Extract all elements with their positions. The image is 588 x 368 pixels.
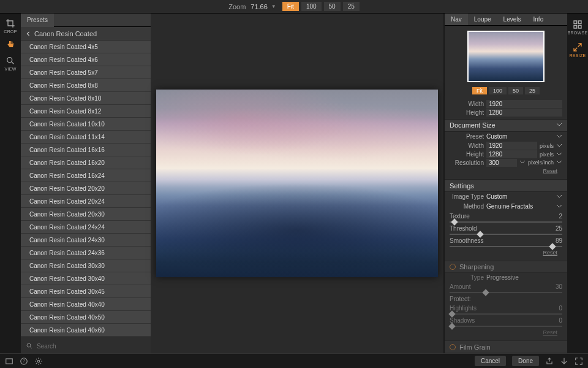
cancel-button[interactable]: Cancel xyxy=(475,356,506,366)
preset-item[interactable]: Canon Resin Coated 16x16 xyxy=(21,144,151,156)
doc-width-value[interactable]: 1920 xyxy=(486,142,537,150)
preset-item[interactable]: Canon Resin Coated 4x5 xyxy=(21,40,151,53)
nav-height-value[interactable]: 1280 xyxy=(486,109,562,117)
preset-item[interactable]: Canon Resin Coated 20x20 xyxy=(21,182,151,195)
doc-res-value[interactable]: 300 xyxy=(486,159,517,167)
zoom-25-button[interactable]: 25 xyxy=(343,2,360,11)
chevron-down-icon[interactable]: ▼ xyxy=(271,4,276,9)
presets-panel: Presets Canon Resin Coated Canon Resin C… xyxy=(21,13,151,353)
chevron-down-icon[interactable] xyxy=(519,159,526,166)
section-settings[interactable]: Settings xyxy=(445,179,567,192)
doc-height-unit[interactable]: pixels xyxy=(540,151,554,158)
chevron-down-icon[interactable] xyxy=(556,151,562,158)
magnifier-icon xyxy=(6,56,15,66)
protect-label: Protect: xyxy=(450,296,470,302)
nav-zoom-100[interactable]: 100 xyxy=(489,87,507,94)
nav-zoom-fit[interactable]: Fit xyxy=(472,87,487,94)
tab-loupe[interactable]: Loupe xyxy=(468,13,497,25)
preset-item[interactable]: Canon Resin Coated 5x7 xyxy=(21,66,151,79)
nav-zoom-50[interactable]: 50 xyxy=(508,87,523,94)
tab-nav[interactable]: Nav xyxy=(445,13,468,25)
zoom-100-button[interactable]: 100 xyxy=(301,2,322,11)
preset-item[interactable]: Canon Resin Coated 8x8 xyxy=(21,79,151,92)
done-button[interactable]: Done xyxy=(512,356,539,366)
preset-item[interactable]: Canon Resin Coated 20x30 xyxy=(21,208,151,221)
section-film-grain[interactable]: Film Grain xyxy=(445,340,567,353)
doc-height-value[interactable]: 1280 xyxy=(486,150,537,158)
chevron-down-icon[interactable] xyxy=(556,203,562,210)
section-document-size[interactable]: Document Size xyxy=(445,119,567,132)
zoom-label: Zoom xyxy=(228,3,246,10)
svg-rect-2 xyxy=(6,358,13,363)
preset-item[interactable]: Canon Resin Coated 30x40 xyxy=(21,272,151,285)
texture-slider[interactable]: Texture2 xyxy=(445,212,567,224)
chevron-down-icon[interactable] xyxy=(556,193,562,201)
nav-zoom-25[interactable]: 25 xyxy=(525,87,540,94)
preset-list[interactable]: Canon Resin Coated 4x5Canon Resin Coated… xyxy=(21,40,151,339)
sharp-type-value[interactable]: Progressive xyxy=(486,274,519,281)
preset-item[interactable]: Canon Resin Coated 8x10 xyxy=(21,92,151,105)
preset-category-label: Canon Resin Coated xyxy=(34,30,97,37)
navigator-preview[interactable] xyxy=(467,31,545,82)
chevron-down-icon[interactable] xyxy=(556,142,562,150)
method-value[interactable]: Genuine Fractals xyxy=(486,203,533,210)
export-icon[interactable] xyxy=(560,357,568,366)
amount-slider[interactable]: Amount30 xyxy=(445,282,567,294)
nav-width-value[interactable]: 1920 xyxy=(486,100,562,108)
zoom-50-button[interactable]: 50 xyxy=(324,2,341,11)
preset-item[interactable]: Canon Resin Coated 24x30 xyxy=(21,234,151,247)
svg-text:?: ? xyxy=(23,359,25,363)
tab-info[interactable]: Info xyxy=(527,13,550,25)
sharpening-reset[interactable]: Reset xyxy=(445,328,567,338)
preset-item[interactable]: Canon Resin Coated 4x6 xyxy=(21,53,151,66)
highlights-slider[interactable]: Highlights0 xyxy=(445,304,567,316)
nav-width-label: Width xyxy=(450,101,484,107)
preset-item[interactable]: Canon Resin Coated 8x12 xyxy=(21,105,151,118)
doc-size-reset[interactable]: Reset xyxy=(445,167,567,177)
help-icon[interactable]: ? xyxy=(20,357,28,366)
preset-item[interactable]: Canon Resin Coated 30x45 xyxy=(21,285,151,298)
preset-item[interactable]: Canon Resin Coated 40x40 xyxy=(21,298,151,311)
zoom-fit-button[interactable]: Fit xyxy=(282,2,299,11)
fullscreen-icon[interactable] xyxy=(575,357,583,366)
threshold-slider[interactable]: Threshold25 xyxy=(445,224,567,236)
doc-res-unit[interactable]: pixels/inch xyxy=(528,159,554,166)
preset-item[interactable]: Canon Resin Coated 30x30 xyxy=(21,259,151,272)
gear-icon[interactable] xyxy=(34,357,43,366)
crop-tool[interactable]: CROP xyxy=(4,18,17,34)
view-tool[interactable]: VIEW xyxy=(4,56,16,71)
preset-item[interactable]: Canon Resin Coated 10x10 xyxy=(21,118,151,131)
smoothness-slider[interactable]: Smoothness89 xyxy=(445,236,567,248)
canvas-area[interactable] xyxy=(151,13,443,353)
presets-tab[interactable]: Presets xyxy=(21,13,54,27)
chevron-down-icon[interactable] xyxy=(556,133,562,140)
doc-width-unit[interactable]: pixels xyxy=(540,143,554,149)
window-icon[interactable] xyxy=(5,357,13,366)
preset-value[interactable]: Custom xyxy=(486,133,507,140)
resize-label: RESIZE xyxy=(569,53,586,58)
preset-item[interactable]: Canon Resin Coated 24x24 xyxy=(21,221,151,234)
grid-icon xyxy=(573,20,582,29)
pan-tool[interactable] xyxy=(6,40,15,50)
preset-search-input[interactable] xyxy=(37,343,146,350)
imgtype-value[interactable]: Custom xyxy=(486,193,507,200)
section-sharpening[interactable]: Sharpening xyxy=(445,261,567,274)
preset-item[interactable]: Canon Resin Coated 40x60 xyxy=(21,324,151,337)
settings-reset[interactable]: Reset xyxy=(445,248,567,258)
zoom-value[interactable]: 71.66 xyxy=(251,3,268,10)
preset-item[interactable]: Canon Resin Coated 16x24 xyxy=(21,169,151,182)
preset-item[interactable]: Canon Resin Coated 24x36 xyxy=(21,247,151,259)
preset-item[interactable]: Canon Resin Coated 16x20 xyxy=(21,156,151,169)
share-icon[interactable] xyxy=(545,357,554,366)
top-zoom-bar: Zoom 71.66 ▼ Fit 100 50 25 xyxy=(0,0,588,13)
chevron-down-icon[interactable] xyxy=(556,159,562,166)
svg-point-1 xyxy=(27,343,31,347)
resize-tool[interactable]: RESIZE xyxy=(569,42,586,58)
preset-item[interactable]: Canon Resin Coated 20x24 xyxy=(21,195,151,208)
browse-tool[interactable]: BROWSE xyxy=(568,20,588,35)
shadows-slider[interactable]: Shadows0 xyxy=(445,316,567,328)
preset-item[interactable]: Canon Resin Coated 11x14 xyxy=(21,131,151,144)
preset-category-header[interactable]: Canon Resin Coated xyxy=(21,27,151,40)
tab-levels[interactable]: Levels xyxy=(497,13,527,25)
preset-item[interactable]: Canon Resin Coated 40x50 xyxy=(21,311,151,324)
